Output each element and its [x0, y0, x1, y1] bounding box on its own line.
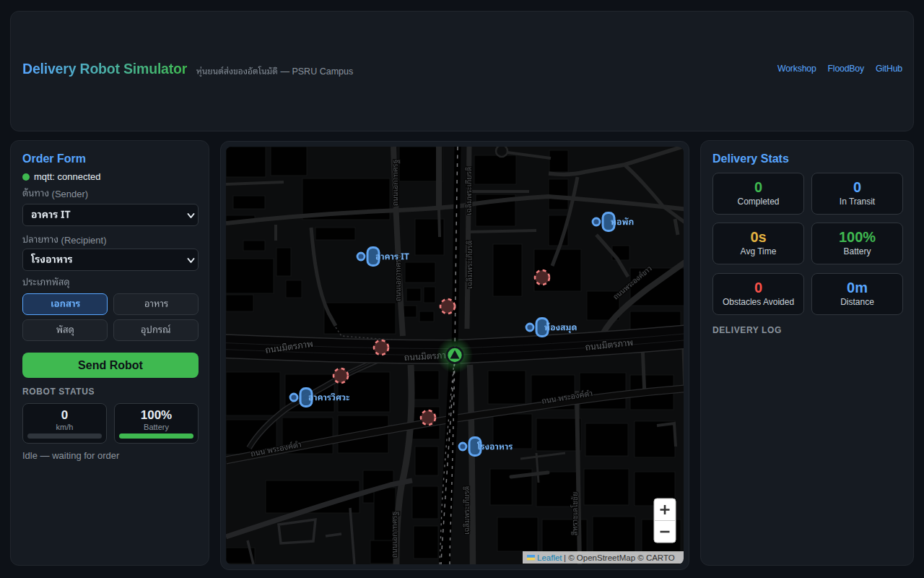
- svg-text:Leaflet: Leaflet: [537, 553, 562, 562]
- svg-text:| © OpenStreetMap © CARTO: | © OpenStreetMap © CARTO: [564, 553, 675, 562]
